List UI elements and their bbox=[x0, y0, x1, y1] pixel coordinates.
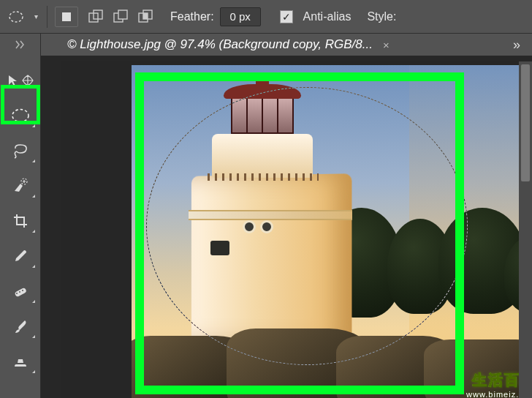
brush-tool[interactable] bbox=[3, 312, 38, 341]
document-tab-bar: © Lighthouse.jpg @ 97.4% (Background cop… bbox=[0, 34, 532, 56]
healing-brush-icon bbox=[12, 283, 29, 299]
document-close-button[interactable]: × bbox=[383, 39, 390, 51]
watermark: 生活百科 www.bimeiz.com bbox=[466, 370, 525, 398]
selection-intersect-icon bbox=[137, 9, 153, 25]
toolbar-collapse-toggle[interactable] bbox=[0, 34, 41, 56]
anti-alias-label: Anti-alias bbox=[303, 10, 352, 23]
check-icon: ✓ bbox=[282, 11, 291, 23]
elliptical-marquee-icon bbox=[8, 10, 24, 23]
canvas-area: 生活百科 www.bimeiz.com bbox=[41, 56, 532, 398]
quick-selection-tool[interactable] bbox=[3, 171, 38, 200]
workspace: 生活百科 www.bimeiz.com bbox=[0, 56, 532, 398]
feather-label: Feather: bbox=[170, 10, 214, 23]
selection-mode-group bbox=[87, 8, 154, 26]
divider bbox=[47, 6, 48, 28]
image-content: 生活百科 www.bimeiz.com bbox=[132, 65, 525, 398]
svg-rect-5 bbox=[118, 10, 127, 19]
document-tab[interactable]: © Lighthouse.jpg @ 97.4% (Background cop… bbox=[60, 34, 397, 56]
svg-point-9 bbox=[12, 110, 28, 122]
options-bar: ▾ Feather: ✓ Anti-alias bbox=[0, 0, 532, 34]
document-canvas[interactable]: 生活百科 www.bimeiz.com bbox=[61, 61, 525, 398]
vertical-scrollbar[interactable] bbox=[519, 61, 532, 398]
move-tool-icon bbox=[7, 74, 20, 87]
selection-mode-intersect[interactable] bbox=[137, 8, 154, 26]
watermark-url: www.bimeiz.com bbox=[466, 390, 525, 398]
scrollbar-thumb[interactable] bbox=[521, 64, 530, 181]
tool-row-move bbox=[3, 66, 38, 95]
svg-rect-1 bbox=[62, 12, 71, 21]
style-label: Style: bbox=[367, 10, 396, 23]
eyedropper-tool-icon bbox=[12, 248, 28, 264]
lasso-tool-icon bbox=[12, 143, 29, 159]
selection-new-icon bbox=[61, 11, 72, 23]
document-title: © Lighthouse.jpg @ 97.4% (Background cop… bbox=[67, 37, 373, 52]
svg-point-12 bbox=[16, 293, 18, 294]
quick-selection-icon bbox=[12, 177, 29, 195]
selection-subtract-icon bbox=[113, 9, 129, 25]
double-chevron-right-icon bbox=[15, 40, 26, 49]
watermark-title: 生活百科 bbox=[466, 370, 525, 390]
artboard-tool-icon bbox=[21, 74, 34, 87]
clone-stamp-icon bbox=[12, 353, 28, 369]
anti-alias-checkbox[interactable]: ✓ bbox=[280, 10, 293, 23]
crop-tool[interactable] bbox=[3, 206, 38, 236]
feather-input[interactable] bbox=[220, 7, 261, 26]
crop-tool-icon bbox=[12, 213, 28, 229]
elliptical-marquee-tool[interactable] bbox=[3, 101, 38, 130]
eyedropper-tool[interactable] bbox=[3, 241, 38, 271]
lasso-tool[interactable] bbox=[3, 136, 38, 165]
svg-rect-11 bbox=[14, 288, 26, 298]
clone-stamp-tool[interactable] bbox=[3, 347, 38, 376]
svg-point-0 bbox=[10, 12, 23, 22]
tool-preset-dropdown[interactable]: ▾ bbox=[32, 12, 39, 20]
svg-point-13 bbox=[19, 291, 20, 293]
healing-brush-tool[interactable] bbox=[3, 277, 38, 306]
tab-overflow-button[interactable]: » bbox=[513, 37, 522, 53]
move-tool[interactable] bbox=[6, 71, 20, 90]
artboard-tool[interactable] bbox=[20, 71, 35, 90]
selection-mode-add[interactable] bbox=[87, 8, 104, 26]
elliptical-marquee-icon bbox=[11, 108, 30, 124]
selection-add-icon bbox=[88, 9, 104, 25]
tools-panel bbox=[0, 56, 41, 398]
svg-point-14 bbox=[22, 290, 23, 291]
selection-mode-new[interactable] bbox=[55, 7, 78, 27]
brush-tool-icon bbox=[12, 318, 28, 334]
selection-mode-subtract[interactable] bbox=[112, 8, 129, 26]
tool-preset-picker[interactable] bbox=[6, 7, 26, 27]
svg-rect-8 bbox=[143, 13, 148, 19]
